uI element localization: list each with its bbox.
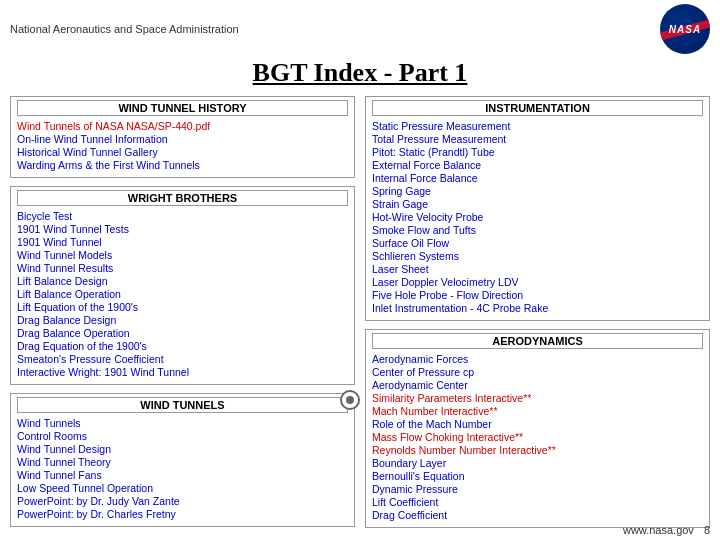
link-low-speed-tunnel[interactable]: Low Speed Tunnel Operation [17,482,348,494]
link-similarity-params[interactable]: Similarity Parameters Interactive** [372,392,703,404]
link-control-rooms[interactable]: Control Rooms [17,430,348,442]
list-item: Drag Balance Operation [17,327,348,339]
main-content: WIND TUNNEL HISTORY Wind Tunnels of NASA… [0,96,720,540]
link-internal-force[interactable]: Internal Force Balance [372,172,703,184]
aerodynamics-links: Aerodynamic Forces Center of Pressure cp… [372,353,703,521]
link-boundary-layer[interactable]: Boundary Layer [372,457,703,469]
link-mach-number[interactable]: Mach Number Interactive** [372,405,703,417]
list-item: Historical Wind Tunnel Gallery [17,146,348,158]
page-header: National Aeronautics and Space Administr… [0,0,720,54]
link-role-mach[interactable]: Role of the Mach Number [372,418,703,430]
list-item: Wind Tunnels [17,417,348,429]
link-1901-wind-tunnel-tests[interactable]: 1901 Wind Tunnel Tests [17,223,348,235]
list-item: Strain Gage [372,198,703,210]
link-center-pressure[interactable]: Center of Pressure cp [372,366,703,378]
list-item: Spring Gage [372,185,703,197]
page-title: BGT Index - Part 1 [0,58,720,88]
link-1901-wind-tunnel[interactable]: 1901 Wind Tunnel [17,236,348,248]
link-external-force[interactable]: External Force Balance [372,159,703,171]
list-item: Hot-Wire Velocity Probe [372,211,703,223]
link-interactive-wright[interactable]: Interactive Wright: 1901 Wind Tunnel [17,366,348,378]
list-item: Wind Tunnel Results [17,262,348,274]
link-lift-balance-design[interactable]: Lift Balance Design [17,275,348,287]
nasa-logo: NASA [660,4,710,54]
footer: www.nasa.gov 8 [623,524,710,536]
link-lift-balance-operation[interactable]: Lift Balance Operation [17,288,348,300]
header-title: National Aeronautics and Space Administr… [10,23,239,35]
list-item: Wind Tunnel Fans [17,469,348,481]
link-reynolds-number[interactable]: Reynolds Number Number Interactive** [372,444,703,456]
link-drag-equation-1900s[interactable]: Drag Equation of the 1900's [17,340,348,352]
aerodynamics-header: AERODYNAMICS [372,333,703,349]
nasa-logo-text: NASA [669,24,701,35]
link-warding-arms[interactable]: Warding Arms & the First Wind Tunnels [17,159,348,171]
link-lift-coefficient[interactable]: Lift Coefficient [372,496,703,508]
circle-nav-button[interactable] [340,390,360,410]
link-wind-tunnel-models[interactable]: Wind Tunnel Models [17,249,348,261]
wright-brothers-links: Bicycle Test 1901 Wind Tunnel Tests 1901… [17,210,348,378]
link-dynamic-pressure[interactable]: Dynamic Pressure [372,483,703,495]
link-schlieren[interactable]: Schlieren Systems [372,250,703,262]
list-item: Smoke Flow and Tufts [372,224,703,236]
list-item: Boundary Layer [372,457,703,469]
link-strain-gage[interactable]: Strain Gage [372,198,703,210]
link-laser-sheet[interactable]: Laser Sheet [372,263,703,275]
link-bernoulli[interactable]: Bernoulli's Equation [372,470,703,482]
link-drag-balance-design[interactable]: Drag Balance Design [17,314,348,326]
list-item: External Force Balance [372,159,703,171]
list-item: Mach Number Interactive** [372,405,703,417]
link-drag-balance-operation[interactable]: Drag Balance Operation [17,327,348,339]
link-smeaton-pressure[interactable]: Smeaton's Pressure Coefficient [17,353,348,365]
list-item: Schlieren Systems [372,250,703,262]
link-five-hole-probe[interactable]: Five Hole Probe - Flow Direction [372,289,703,301]
wind-tunnel-history-header: WIND TUNNEL HISTORY [17,100,348,116]
list-item: Aerodynamic Forces [372,353,703,365]
link-static-pressure[interactable]: Static Pressure Measurement [372,120,703,132]
link-pitot-static[interactable]: Pitot: Static (Prandtl) Tube [372,146,703,158]
list-item: Reynolds Number Number Interactive** [372,444,703,456]
link-wind-tunnel-fans[interactable]: Wind Tunnel Fans [17,469,348,481]
list-item: Wind Tunnel Design [17,443,348,455]
link-total-pressure[interactable]: Total Pressure Measurement [372,133,703,145]
link-aero-forces[interactable]: Aerodynamic Forces [372,353,703,365]
wright-brothers-header: WRIGHT BROTHERS [17,190,348,206]
link-spring-gage[interactable]: Spring Gage [372,185,703,197]
link-aero-center[interactable]: Aerodynamic Center [372,379,703,391]
link-mass-flow[interactable]: Mass Flow Choking Interactive** [372,431,703,443]
link-wind-tunnel-results[interactable]: Wind Tunnel Results [17,262,348,274]
list-item: Drag Coefficient [372,509,703,521]
list-item: Drag Balance Design [17,314,348,326]
link-drag-coefficient[interactable]: Drag Coefficient [372,509,703,521]
list-item: 1901 Wind Tunnel Tests [17,223,348,235]
list-item: Five Hole Probe - Flow Direction [372,289,703,301]
list-item: 1901 Wind Tunnel [17,236,348,248]
footer-url: www.nasa.gov [623,524,694,536]
list-item: Similarity Parameters Interactive** [372,392,703,404]
link-wind-tunnels-nasa-pdf[interactable]: Wind Tunnels of NASA NASA/SP-440.pdf [17,120,348,132]
link-powerpoint-fretny[interactable]: PowerPoint: by Dr. Charles Fretny [17,508,348,520]
link-wind-tunnels[interactable]: Wind Tunnels [17,417,348,429]
link-wind-tunnel-theory[interactable]: Wind Tunnel Theory [17,456,348,468]
link-historical-gallery[interactable]: Historical Wind Tunnel Gallery [17,146,348,158]
link-lift-equation-1900s[interactable]: Lift Equation of the 1900's [17,301,348,313]
right-column: INSTRUMENTATION Static Pressure Measurem… [365,96,710,540]
list-item: Warding Arms & the First Wind Tunnels [17,159,348,171]
link-powerpoint-van-zante[interactable]: PowerPoint: by Dr. Judy Van Zante [17,495,348,507]
link-inlet-instrumentation[interactable]: Inlet Instrumentation - 4C Probe Rake [372,302,703,314]
list-item: Control Rooms [17,430,348,442]
link-wind-tunnel-design[interactable]: Wind Tunnel Design [17,443,348,455]
link-bicycle-test[interactable]: Bicycle Test [17,210,348,222]
link-online-wind-tunnel[interactable]: On-line Wind Tunnel Information [17,133,348,145]
list-item: Lift Coefficient [372,496,703,508]
link-hot-wire[interactable]: Hot-Wire Velocity Probe [372,211,703,223]
list-item: Aerodynamic Center [372,379,703,391]
wind-tunnel-history-links: Wind Tunnels of NASA NASA/SP-440.pdf On-… [17,120,348,171]
instrumentation-links: Static Pressure Measurement Total Pressu… [372,120,703,314]
list-item: Dynamic Pressure [372,483,703,495]
instrumentation-header: INSTRUMENTATION [372,100,703,116]
link-ldv[interactable]: Laser Doppler Velocimetry LDV [372,276,703,288]
wind-tunnels-section: WIND TUNNELS Wind Tunnels Control Rooms … [10,393,355,527]
list-item: Wind Tunnel Models [17,249,348,261]
link-surface-oil[interactable]: Surface Oil Flow [372,237,703,249]
link-smoke-flow[interactable]: Smoke Flow and Tufts [372,224,703,236]
